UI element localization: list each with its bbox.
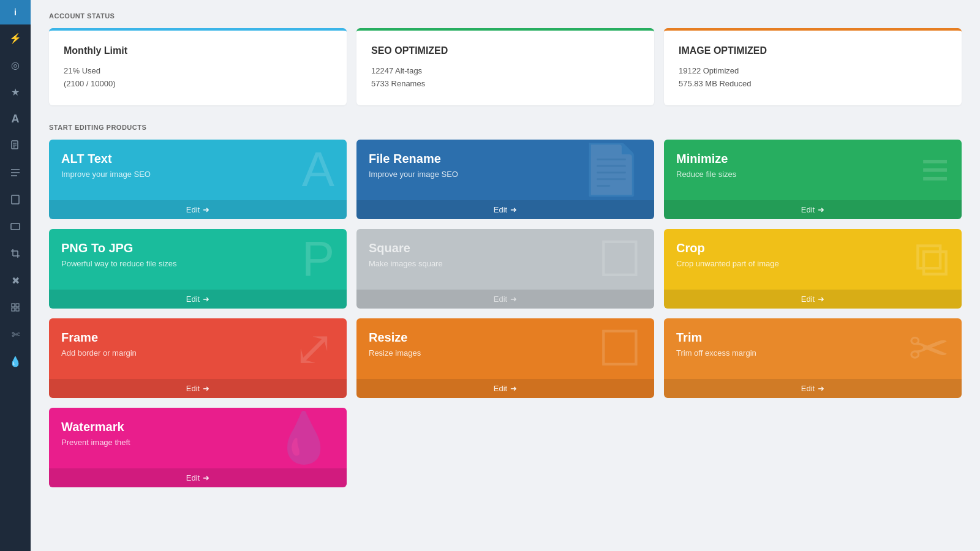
product-card-footer[interactable]: Edit ➜ xyxy=(664,290,962,309)
edit-label: Edit xyxy=(494,205,507,214)
seo-optimized-title: SEO OPTIMIZED xyxy=(371,45,639,56)
product-card-footer[interactable]: Edit ➜ xyxy=(356,379,654,398)
product-card-title: PNG To JPG xyxy=(61,241,334,255)
edit-label: Edit xyxy=(186,384,200,393)
sidebar-item-scissors[interactable]: ✄ xyxy=(0,321,31,348)
product-card-desc: Prevent image theft xyxy=(61,438,334,447)
monthly-limit-line1: 21% Used xyxy=(64,65,332,78)
trim-card[interactable]: Trim Trim off excess margin ✂ Edit ➜ xyxy=(664,318,962,398)
product-card-body: Crop Crop unwanted part of image ⧉ xyxy=(664,229,962,290)
edit-label: Edit xyxy=(186,205,200,214)
svg-rect-7 xyxy=(12,195,19,204)
sidebar-item-list[interactable] xyxy=(0,159,31,186)
arrow-right-icon: ➜ xyxy=(203,473,209,482)
arrow-right-icon: ➜ xyxy=(818,384,824,393)
sidebar-item-drop[interactable]: 💧 xyxy=(0,348,31,375)
arrow-right-icon: ➜ xyxy=(510,205,517,214)
sidebar-brand: i xyxy=(0,0,31,24)
image-line2: 575.83 MB Reduced xyxy=(679,78,947,91)
sidebar-item-page[interactable] xyxy=(0,186,31,213)
frame-card[interactable]: Frame Add border or margin ⤢ Edit ➜ xyxy=(49,318,347,398)
edit-label: Edit xyxy=(494,294,507,304)
sidebar-item-grid[interactable] xyxy=(0,294,31,321)
sidebar-item-crop[interactable] xyxy=(0,240,31,267)
arrow-right-icon: ➜ xyxy=(818,294,824,304)
product-card-footer[interactable]: Edit ➜ xyxy=(49,468,347,487)
arrow-right-icon: ➜ xyxy=(203,294,209,304)
arrow-right-icon: ➜ xyxy=(203,205,209,214)
product-card-desc: Add border or margin xyxy=(61,348,334,358)
sidebar-item-flash[interactable]: ⚡ xyxy=(0,24,31,51)
product-card-desc: Improve your image SEO xyxy=(369,170,642,179)
product-card-title: Trim xyxy=(676,331,949,345)
product-card-desc: Trim off excess margin xyxy=(676,348,949,358)
main-content: ACCOUNT STATUS Monthly Limit 21% Used (2… xyxy=(31,0,980,551)
edit-label: Edit xyxy=(494,384,507,393)
product-card-desc: Reduce file sizes xyxy=(676,170,949,179)
sidebar-item-target[interactable]: ◎ xyxy=(0,51,31,78)
product-card-desc: Crop unwanted part of image xyxy=(676,259,949,268)
account-status-title: ACCOUNT STATUS xyxy=(49,12,962,20)
product-card-title: Square xyxy=(369,241,642,255)
image-optimized-card: IMAGE OPTIMIZED 19122 Optimized 575.83 M… xyxy=(664,28,962,105)
product-card-body: Resize Resize images ☐ xyxy=(356,318,654,379)
square-card[interactable]: Square Make images square ☐ Edit ➜ xyxy=(356,229,654,309)
product-card-footer[interactable]: Edit ➜ xyxy=(356,200,654,219)
seo-optimized-card: SEO OPTIMIZED 12247 Alt-tags 5733 Rename… xyxy=(356,28,654,105)
product-card-footer[interactable]: Edit ➜ xyxy=(49,379,347,398)
product-card-footer[interactable]: Edit ➜ xyxy=(664,379,962,398)
product-card-title: File Rename xyxy=(369,152,642,166)
sidebar-item-document[interactable] xyxy=(0,132,31,159)
arrow-right-icon: ➜ xyxy=(203,384,209,393)
product-card-footer[interactable]: Edit ➜ xyxy=(49,290,347,309)
product-card-body: ALT Text Improve your image SEO A xyxy=(49,140,347,200)
product-card-title: Watermark xyxy=(61,420,334,434)
product-card-footer[interactable]: Edit ➜ xyxy=(49,200,347,219)
image-optimized-title: IMAGE OPTIMIZED xyxy=(679,45,947,56)
edit-label: Edit xyxy=(186,294,200,304)
edit-label: Edit xyxy=(801,384,815,393)
sidebar-item-frame-rect[interactable] xyxy=(0,213,31,240)
arrow-right-icon: ➜ xyxy=(818,205,824,214)
edit-label: Edit xyxy=(186,473,200,482)
product-card-footer[interactable]: Edit ➜ xyxy=(356,290,654,309)
svg-rect-13 xyxy=(12,308,15,311)
alt-text-card[interactable]: ALT Text Improve your image SEO A Edit ➜ xyxy=(49,140,347,219)
edit-label: Edit xyxy=(801,294,815,304)
sidebar-item-font[interactable]: A xyxy=(0,105,31,132)
product-card-desc: Make images square xyxy=(369,259,642,268)
product-card-body: Frame Add border or margin ⤢ xyxy=(49,318,347,379)
product-card-title: Frame xyxy=(61,331,334,345)
product-card-body: PNG To JPG Powerful way to reduce file s… xyxy=(49,229,347,290)
svg-rect-14 xyxy=(16,308,19,311)
resize-card[interactable]: Resize Resize images ☐ Edit ➜ xyxy=(356,318,654,398)
product-card-title: Crop xyxy=(676,241,949,255)
svg-rect-11 xyxy=(12,304,15,307)
product-card-title: Resize xyxy=(369,331,642,345)
product-card-title: Minimize xyxy=(676,152,949,166)
product-card-body: File Rename Improve your image SEO 📄 xyxy=(356,140,654,200)
monthly-limit-card: Monthly Limit 21% Used (2100 / 10000) xyxy=(49,28,347,105)
arrow-right-icon: ➜ xyxy=(510,384,517,393)
file-rename-card[interactable]: File Rename Improve your image SEO 📄 Edi… xyxy=(356,140,654,219)
product-card-footer[interactable]: Edit ➜ xyxy=(664,200,962,219)
product-card-body: Minimize Reduce file sizes ≡ xyxy=(664,140,962,200)
product-grid: ALT Text Improve your image SEO A Edit ➜… xyxy=(49,140,962,487)
product-card-body: Watermark Prevent image theft 💧 xyxy=(49,408,347,468)
minimize-card[interactable]: Minimize Reduce file sizes ≡ Edit ➜ xyxy=(664,140,962,219)
status-cards: Monthly Limit 21% Used (2100 / 10000) SE… xyxy=(49,28,962,105)
seo-line2: 5733 Renames xyxy=(371,78,639,91)
sidebar: i ⚡ ◎ ★ A ✖ ✄ 💧 xyxy=(0,0,31,551)
crop-card[interactable]: Crop Crop unwanted part of image ⧉ Edit … xyxy=(664,229,962,309)
svg-rect-8 xyxy=(11,223,20,230)
sidebar-item-star[interactable]: ★ xyxy=(0,78,31,105)
edit-label: Edit xyxy=(801,205,815,214)
product-card-desc: Improve your image SEO xyxy=(61,170,334,179)
product-card-body: Trim Trim off excess margin ✂ xyxy=(664,318,962,379)
watermark-card[interactable]: Watermark Prevent image theft 💧 Edit ➜ xyxy=(49,408,347,487)
seo-line1: 12247 Alt-tags xyxy=(371,65,639,78)
png-to-jpg-card[interactable]: PNG To JPG Powerful way to reduce file s… xyxy=(49,229,347,309)
sidebar-item-transform[interactable]: ✖ xyxy=(0,267,31,294)
product-card-desc: Powerful way to reduce file sizes xyxy=(61,259,334,268)
image-line1: 19122 Optimized xyxy=(679,65,947,78)
